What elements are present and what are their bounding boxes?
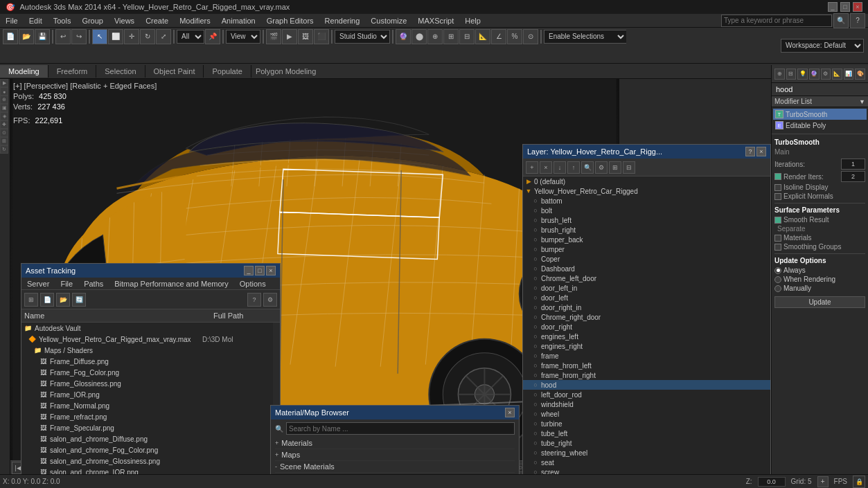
minimize-button[interactable]: _ (828, 2, 838, 12)
at-tree-item[interactable]: 🖼Frame_Specular.png (21, 422, 273, 433)
view-dropdown[interactable]: View (226, 30, 260, 44)
mb-section-maps[interactable]: + Maps (275, 449, 515, 461)
mp-icon7[interactable]: 📊 (844, 69, 854, 80)
move-btn[interactable]: ✛ (124, 29, 139, 44)
snap-toggle-btn[interactable]: 📐 (475, 29, 490, 44)
mp-icon5[interactable]: ⚙ (821, 69, 831, 80)
named-selections[interactable]: 📌 (205, 29, 220, 44)
help-icon[interactable]: ? (850, 13, 865, 28)
modifier-turbosmooth[interactable]: T TurboSmooth (773, 109, 867, 120)
layer-item[interactable]: ○bolt (523, 206, 770, 215)
left-icon-9[interactable]: ↻ (0, 145, 8, 154)
menu-graph-editors[interactable]: Graph Editors (261, 14, 319, 27)
ts-always-radio[interactable] (774, 267, 781, 274)
ts-materials-cb[interactable] (774, 235, 781, 242)
at-menu-bitmap-perf[interactable]: Bitmap Performance and Memory (109, 278, 233, 289)
ts-manually-radio[interactable] (774, 285, 781, 292)
at-menu-server[interactable]: Server (21, 278, 55, 289)
at-file-btn[interactable]: 📄 (40, 293, 54, 307)
mp-icon3[interactable]: 💡 (797, 69, 808, 80)
at-tree-item[interactable]: 🔶Yellow_Hover_Retro_Car_Rigged_max_vray.… (21, 334, 273, 345)
layer-item[interactable]: ○steering_wheel (523, 448, 770, 458)
layer-item[interactable]: ○Chrome_right_door (523, 312, 770, 322)
layer-item[interactable]: ○seat (523, 458, 770, 467)
tab-freeform[interactable]: Freeform (48, 65, 97, 78)
maximize-button[interactable]: □ (840, 2, 850, 12)
at-tree-item[interactable]: 🖼salon_and_chrome_Glossiness.png (21, 455, 273, 467)
mp-icon8[interactable]: 🎨 (855, 69, 865, 80)
search-button[interactable]: 🔍 (833, 13, 849, 28)
left-icon-1[interactable]: ▶ (0, 79, 8, 87)
at-maximize[interactable]: □ (255, 266, 265, 275)
percent-snap-btn[interactable]: % (507, 29, 522, 44)
layer-item[interactable]: ○Dashboard (523, 264, 770, 273)
layers-expand[interactable]: ⊞ (609, 161, 621, 174)
at-tree-item[interactable]: 📁Autodesk Vault (21, 323, 273, 334)
selection-filter[interactable]: All (177, 30, 204, 44)
left-icon-6[interactable]: ✚ (0, 120, 8, 129)
layer-item[interactable]: ○windshield (523, 399, 770, 409)
layer-item[interactable]: ○door_right_in (523, 302, 770, 312)
at-folder-btn[interactable]: 📂 (56, 293, 70, 307)
layer-item[interactable]: ○frame_hrom_right (523, 370, 770, 380)
layer-item[interactable]: ○door_left (523, 293, 770, 302)
select-region-btn[interactable]: ⬜ (108, 29, 123, 44)
mb-close[interactable]: × (505, 408, 515, 417)
save-btn[interactable]: 💾 (35, 29, 50, 44)
new-btn[interactable]: 📄 (3, 29, 18, 44)
ts-isoline-cb[interactable] (774, 184, 781, 191)
rotate-btn[interactable]: ↻ (140, 29, 155, 44)
menu-modifiers[interactable]: Modifiers (174, 14, 216, 27)
render-setup-btn[interactable]: 🎬 (266, 29, 281, 44)
at-minimize[interactable]: _ (244, 266, 254, 275)
mp-icon6[interactable]: 📐 (832, 69, 842, 80)
at-tree-item[interactable]: 🖼salon_and_chrome_Fog_Color.png (21, 444, 273, 455)
ts-when-rendering-radio[interactable] (774, 276, 781, 283)
left-icon-4[interactable]: ▣ (0, 104, 8, 112)
mb-section-materials[interactable]: + Materials (275, 437, 515, 449)
tab-populate[interactable]: Populate (204, 65, 251, 78)
redo-btn[interactable]: ↪ (71, 29, 87, 44)
layers-delete[interactable]: × (540, 161, 552, 174)
modifier-editable-poly[interactable]: E Editable Poly (773, 120, 867, 131)
layer-item[interactable]: ○engines_right (523, 341, 770, 351)
layer-item[interactable]: ○tube_left (523, 428, 770, 438)
ts-render-iters-cb[interactable] (774, 173, 781, 180)
menu-edit[interactable]: Edit (24, 14, 48, 27)
menu-views[interactable]: Views (109, 14, 140, 27)
layer-item[interactable]: ○frame (523, 351, 770, 361)
at-menu-file[interactable]: File (55, 278, 78, 289)
layer-item[interactable]: ○Coper (523, 254, 770, 264)
layer-item[interactable]: ○tube_right (523, 438, 770, 448)
menu-file[interactable]: File (0, 14, 24, 27)
layer-item[interactable]: ▶0 (default) (523, 177, 770, 186)
layer-item[interactable]: ○Chrome_left_door (523, 273, 770, 283)
at-tree-item[interactable]: 🖼Frame_Glossiness.png (21, 378, 273, 389)
ts-smooth-cb[interactable] (774, 217, 781, 224)
close-button[interactable]: × (853, 2, 862, 12)
layers-add-sel[interactable]: ↓ (553, 161, 566, 174)
layers-new[interactable]: + (526, 161, 538, 174)
lock-selection-btn[interactable]: 🔒 (853, 476, 865, 488)
mp-icon4[interactable]: 🔮 (809, 69, 820, 80)
search-input[interactable] (721, 15, 832, 27)
at-tree-item[interactable]: 🖼Frame_Diffuse.png (21, 356, 273, 367)
select-btn[interactable]: ↖ (92, 29, 107, 44)
angle-snap-btn[interactable]: ∠ (491, 29, 506, 44)
mp-icon2[interactable]: ⊟ (786, 69, 797, 80)
layer-item[interactable]: ○wheel (523, 409, 770, 419)
at-close[interactable]: × (266, 266, 276, 275)
layer-item[interactable]: ○left_door_rod (523, 390, 770, 399)
material-editor-btn[interactable]: 🔮 (396, 29, 411, 44)
at-menu-options[interactable]: Options (234, 278, 272, 289)
at-tree-item[interactable]: 🖼Frame_Fog_Color.png (21, 367, 273, 378)
layers-settings[interactable]: ⚙ (595, 161, 608, 174)
tab-modeling[interactable]: Modeling (0, 65, 48, 78)
layers-close[interactable]: × (756, 147, 766, 156)
open-btn[interactable]: 📂 (19, 29, 34, 44)
left-icon-7[interactable]: ⊙ (0, 129, 8, 137)
ts-smoothing-cb[interactable] (774, 244, 781, 251)
left-icon-8[interactable]: ⊞ (0, 137, 8, 145)
studio-dropdown[interactable]: Stuid Studio V (335, 30, 390, 44)
menu-tools[interactable]: Tools (48, 14, 77, 27)
